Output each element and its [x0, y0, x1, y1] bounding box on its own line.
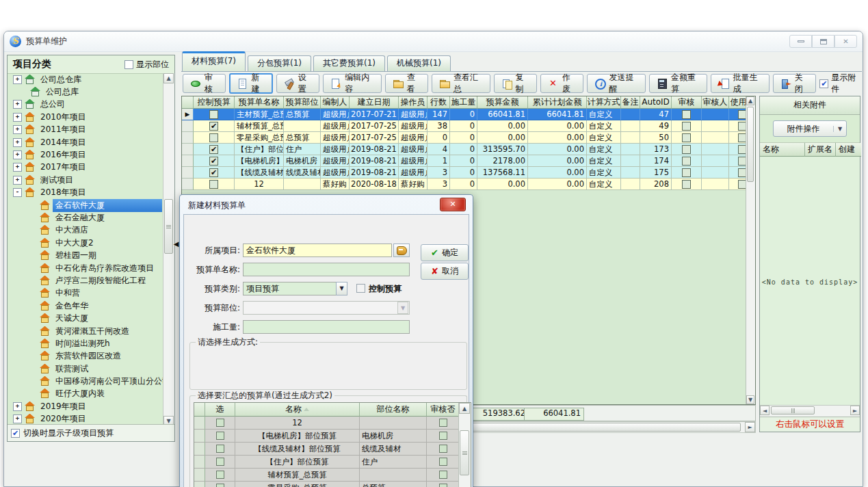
- tree-node[interactable]: +2010年项目: [8, 111, 163, 123]
- expand-plus-icon[interactable]: +: [13, 414, 22, 423]
- show-parts-option[interactable]: 显示部位: [124, 59, 169, 70]
- tree-node[interactable]: +2019年项目: [8, 400, 163, 412]
- project-picker-button[interactable]: [393, 244, 410, 257]
- dialog-col-header-part[interactable]: 部位名称: [360, 403, 427, 417]
- maximize-button[interactable]: [812, 35, 834, 48]
- tree-node[interactable]: 黄河灌溉五干闸改造: [8, 325, 163, 337]
- tree-node[interactable]: -2018年项目: [8, 187, 163, 199]
- 查看-button[interactable]: 查看: [385, 74, 428, 93]
- minimize-button[interactable]: [789, 35, 812, 48]
- expand-plus-icon[interactable]: +: [13, 138, 22, 147]
- tree-node[interactable]: 中石化青岛疗养院改造项目: [8, 262, 163, 274]
- cancel-button[interactable]: ✘ 取消: [421, 263, 469, 280]
- part-dropdown-arrow[interactable]: ▼: [397, 302, 408, 314]
- tree-node[interactable]: 公司总库: [8, 85, 163, 98]
- 复制-button[interactable]: 复制: [494, 74, 537, 93]
- grid-col-header-part[interactable]: 预算部位: [284, 96, 321, 109]
- grid-vertical-scrollbar[interactable]: ▲ ▼: [746, 96, 755, 404]
- table-row[interactable]: 【住户】部位预算住户超级用户2019-08-21超级用户40313595.700…: [182, 144, 755, 155]
- attachments-col-ext[interactable]: 扩展名: [805, 143, 836, 157]
- grid-col-header-calc[interactable]: 计算方式: [587, 96, 621, 109]
- tree-node[interactable]: +2011年项目: [8, 124, 163, 136]
- tree-node[interactable]: 金石软件大厦: [8, 199, 163, 211]
- tree-node[interactable]: 旺仔大厦内装: [8, 388, 163, 400]
- table-row[interactable]: 12蔡好购2020-08-18蔡好购300.000.00自定义208: [182, 179, 755, 190]
- tree-node[interactable]: +公司总仓库: [8, 73, 163, 85]
- audit-checkbox[interactable]: [682, 180, 691, 189]
- scroll-thumb[interactable]: [747, 107, 754, 182]
- ok-button[interactable]: ✔ 确定: [421, 244, 469, 261]
- tree-node[interactable]: 天诚大厦: [8, 312, 163, 324]
- show-attachments-checkbox[interactable]: [819, 79, 828, 88]
- dialog-table-row[interactable]: 辅材预算_总预算: [194, 469, 471, 482]
- ctrl-checkbox[interactable]: [209, 122, 218, 131]
- audit-checkbox[interactable]: [682, 145, 691, 154]
- tree-node[interactable]: +2014年项目: [8, 136, 163, 148]
- grid-col-header-auditor[interactable]: 审核人: [702, 96, 729, 109]
- grid-col-header-lines[interactable]: 行数: [428, 96, 450, 109]
- attachments-col-created[interactable]: 创建: [836, 143, 861, 157]
- part-combo[interactable]: [243, 301, 410, 315]
- audit-checkbox[interactable]: [439, 432, 447, 440]
- show-attachments-option[interactable]: 显示附件: [819, 72, 862, 95]
- scroll-up-arrow[interactable]: ▲: [746, 96, 754, 105]
- expand-plus-icon[interactable]: +: [13, 100, 22, 109]
- grid-col-header-date[interactable]: 建立日期: [350, 96, 399, 109]
- scroll-thumb[interactable]: [771, 406, 815, 414]
- tree-node[interactable]: +测试项目: [8, 174, 163, 186]
- scroll-down-arrow[interactable]: ▼: [746, 395, 754, 404]
- scroll-up-arrow[interactable]: ▲: [459, 403, 470, 414]
- 编辑内容-button[interactable]: 编辑内容: [323, 74, 381, 93]
- audit-checkbox[interactable]: [439, 471, 447, 479]
- attachments-col-name[interactable]: 名称: [760, 143, 805, 157]
- table-row[interactable]: ▶主材预算_总预算总预算超级用户2017-07-21超级用户147066041.…: [182, 109, 755, 120]
- dialog-table-scrollbar[interactable]: ▲ ▼: [458, 403, 471, 487]
- category-combo[interactable]: 项目预算: [243, 282, 337, 295]
- 作废-button[interactable]: 作废: [540, 74, 583, 93]
- sel-checkbox[interactable]: [216, 471, 224, 479]
- grid-col-header-audit[interactable]: 审核: [672, 96, 702, 109]
- 新建-button[interactable]: 新建: [229, 73, 272, 94]
- audit-checkbox[interactable]: [439, 445, 447, 453]
- audit-checkbox[interactable]: [439, 419, 447, 427]
- tab-1[interactable]: 材料预算(7): [182, 51, 246, 72]
- table-row[interactable]: 辅材预算_总预算超级用户2017-07-25超级用户3800.000.00自定义…: [182, 120, 755, 132]
- audit-checkbox[interactable]: [439, 484, 447, 487]
- tree-node[interactable]: +2016年项目: [8, 148, 163, 161]
- ctrl-checkbox[interactable]: [209, 110, 218, 119]
- expand-plus-icon[interactable]: +: [13, 150, 22, 159]
- table-row[interactable]: 【电梯机房】部位预算电梯机房超级用户2019-08-21超级用户102178.0…: [182, 155, 755, 167]
- dialog-col-header-audit[interactable]: 审核否: [427, 403, 460, 417]
- ctrl-checkbox[interactable]: [209, 133, 218, 142]
- tree-node[interactable]: +总公司: [8, 98, 163, 111]
- grid-col-header-ctrl[interactable]: 控制预算: [194, 96, 235, 109]
- scroll-thumb[interactable]: [460, 430, 469, 475]
- dialog-col-header-ind[interactable]: [194, 403, 205, 417]
- grid-col-header-name[interactable]: 预算单名称: [235, 96, 284, 109]
- dialog-col-header-sel[interactable]: 选: [205, 403, 235, 417]
- 批量生成-button[interactable]: 批量生成: [711, 74, 769, 93]
- tree-node[interactable]: 中大酒店: [8, 224, 163, 237]
- grid-col-header-plan[interactable]: 累计计划金额: [528, 96, 587, 109]
- grid-col-header-oper[interactable]: 操作员: [399, 96, 428, 109]
- expand-plus-icon[interactable]: +: [13, 176, 22, 185]
- sel-checkbox[interactable]: [216, 445, 224, 453]
- ctrl-checkbox[interactable]: [209, 145, 218, 154]
- grid-col-header-ind[interactable]: [182, 96, 194, 109]
- expand-plus-icon[interactable]: +: [13, 75, 22, 84]
- audit-checkbox[interactable]: [682, 122, 691, 131]
- show-sub-budget-checkbox[interactable]: [11, 429, 20, 438]
- quantity-input[interactable]: [243, 320, 410, 334]
- close-button[interactable]: ✕: [834, 35, 857, 48]
- expand-plus-icon[interactable]: +: [13, 402, 22, 411]
- dialog-table-row[interactable]: 12: [194, 417, 471, 430]
- tree-node[interactable]: 中大大厦2: [8, 237, 163, 249]
- audit-checkbox[interactable]: [682, 157, 691, 166]
- 发送提醒-button[interactable]: 发送提醒: [587, 74, 645, 93]
- tree-node[interactable]: 卢浮宫二期段智能化工程: [8, 274, 163, 287]
- grid-col-header-note[interactable]: 备注: [621, 96, 640, 109]
- 关闭-button[interactable]: 关闭: [773, 74, 816, 93]
- 金额重算-button[interactable]: 金额重算: [649, 74, 707, 93]
- tab-4[interactable]: 机械预算(1): [387, 55, 451, 72]
- audit-checkbox[interactable]: [682, 168, 691, 177]
